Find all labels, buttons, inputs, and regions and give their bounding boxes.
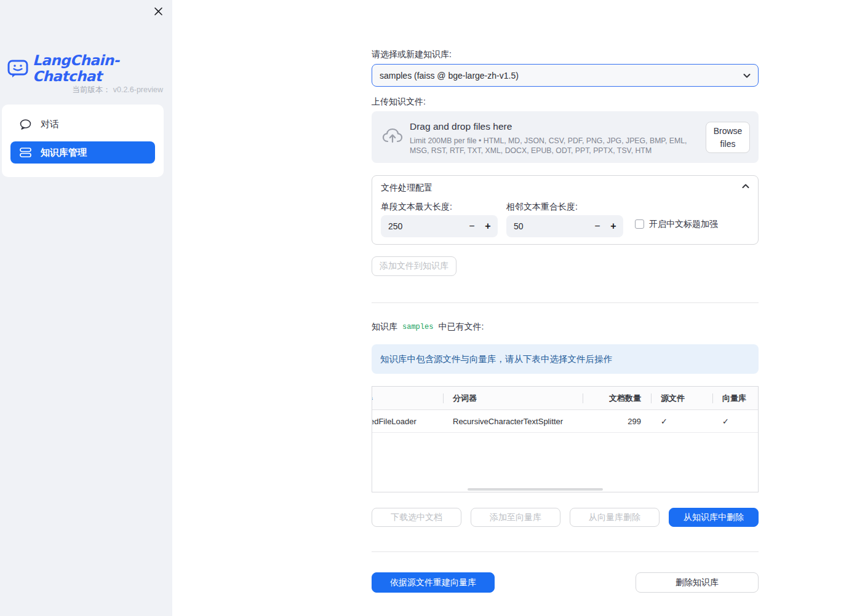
cell-loader: UnstructuredFileLoader bbox=[372, 410, 443, 432]
table-row[interactable]: UnstructuredFileLoader RecursiveCharacte… bbox=[372, 410, 759, 433]
sidebar-item-dialogue[interactable]: 对话 bbox=[10, 113, 155, 135]
kb-select-dropdown[interactable]: samples (faiss @ bge-large-zh-v1.5) bbox=[372, 64, 759, 87]
delete-from-kb-button[interactable]: 从知识库中删除 bbox=[669, 508, 759, 527]
sidebar-item-label: 对话 bbox=[41, 119, 59, 130]
cloud-upload-icon bbox=[382, 127, 403, 144]
browse-files-button[interactable]: Browse files bbox=[706, 122, 750, 153]
kb-files-prefix: 知识库 bbox=[372, 322, 397, 333]
sidebar: LangChain-Chatchat 当前版本：v0.2.6-preview 对… bbox=[0, 0, 172, 616]
overlap-size-value: 50 bbox=[514, 221, 524, 231]
version-info: 当前版本：v0.2.6-preview bbox=[72, 85, 163, 95]
upload-label: 上传知识文件: bbox=[372, 97, 426, 108]
divider bbox=[372, 551, 759, 552]
column-header-doc-count[interactable]: 文档数量 bbox=[583, 387, 651, 409]
sidebar-item-label: 知识库管理 bbox=[41, 147, 87, 159]
divider bbox=[372, 302, 759, 303]
chevron-up-icon bbox=[741, 183, 750, 190]
column-header-splitter[interactable]: 分词器 bbox=[443, 387, 583, 409]
kb-select-label: 请选择或新建知识库: bbox=[372, 49, 452, 60]
delete-from-vector-store-button[interactable]: 从向量库删除 bbox=[570, 508, 660, 527]
sidebar-item-knowledge-base[interactable]: 知识库管理 bbox=[10, 141, 155, 164]
horizontal-scrollbar[interactable] bbox=[468, 488, 603, 491]
column-header-loader[interactable]: 文档加载器 bbox=[372, 387, 443, 409]
expander-header[interactable]: 文件处理配置 bbox=[372, 176, 758, 200]
info-banner-text: 知识库中包含源文件与向量库，请从下表中选择文件后操作 bbox=[380, 353, 612, 365]
add-to-vector-store-button[interactable]: 添加至向量库 bbox=[471, 508, 560, 527]
app-title: LangChain-Chatchat bbox=[33, 52, 172, 84]
overlap-size-label: 相邻文本重合长度: bbox=[506, 202, 578, 213]
version-label: 当前版本： bbox=[72, 85, 111, 94]
chat-bubble-icon bbox=[20, 119, 31, 130]
sidebar-menu: 对话 知识库管理 bbox=[2, 105, 164, 177]
main-content: 请选择或新建知识库: samples (faiss @ bge-large-zh… bbox=[372, 0, 759, 616]
table-actions: 下载选中文档 添加至向量库 从向量库删除 从知识库中删除 bbox=[372, 508, 759, 527]
cell-vector-store-check: ✓ bbox=[712, 410, 759, 432]
sidebar-close-icon[interactable] bbox=[152, 5, 164, 17]
minus-stepper-icon[interactable]: − bbox=[589, 215, 606, 237]
dropzone-title: Drag and drop files here bbox=[410, 121, 512, 132]
table-scroll-area: 文档加载器 分词器 文档数量 源文件 向量库 UnstructuredFileL… bbox=[372, 387, 759, 433]
chevron-down-icon bbox=[743, 72, 751, 79]
file-config-expander: 文件处理配置 单段文本最大长度: 相邻文本重合长度: 250 − + 50 − … bbox=[372, 175, 759, 245]
kb-name-code: samples bbox=[402, 323, 433, 331]
zh-title-enhance-label: 开启中文标题加强 bbox=[649, 219, 718, 230]
column-header-source-file[interactable]: 源文件 bbox=[651, 387, 712, 409]
chunk-size-input[interactable]: 250 − + bbox=[381, 215, 498, 237]
column-header-vector-store[interactable]: 向量库 bbox=[712, 387, 759, 409]
info-banner: 知识库中包含源文件与向量库，请从下表中选择文件后操作 bbox=[372, 344, 759, 374]
rebuild-vector-store-button[interactable]: 依据源文件重建向量库 bbox=[372, 572, 495, 593]
chunk-size-label: 单段文本最大长度: bbox=[381, 202, 452, 213]
cell-source-file-check: ✓ bbox=[651, 410, 712, 432]
delete-kb-button[interactable]: 删除知识库 bbox=[636, 572, 759, 593]
cell-doc-count: 299 bbox=[583, 410, 651, 432]
kb-files-suffix: 中已有文件: bbox=[438, 322, 484, 333]
add-files-to-kb-button[interactable]: 添加文件到知识库 bbox=[372, 256, 456, 276]
knowledge-base-icon bbox=[20, 148, 31, 157]
overlap-size-input[interactable]: 50 − + bbox=[506, 215, 623, 237]
table-header: 文档加载器 分词器 文档数量 源文件 向量库 bbox=[372, 387, 759, 410]
minus-stepper-icon[interactable]: − bbox=[463, 215, 480, 237]
chunk-size-value: 250 bbox=[388, 221, 402, 231]
dropzone-limit-text: Limit 200MB per file • HTML, MD, JSON, C… bbox=[410, 136, 705, 156]
kb-files-heading: 知识库 samples 中已有文件: bbox=[372, 322, 484, 333]
app-logo: LangChain-Chatchat bbox=[7, 52, 172, 84]
plus-stepper-icon[interactable]: + bbox=[605, 215, 622, 237]
kb-select-value: samples (faiss @ bge-large-zh-v1.5) bbox=[380, 71, 519, 81]
logo-chat-smiley-icon bbox=[7, 58, 28, 79]
file-dropzone[interactable]: Drag and drop files here Limit 200MB per… bbox=[372, 111, 759, 163]
download-selected-button[interactable]: 下载选中文档 bbox=[372, 508, 461, 527]
cell-splitter: RecursiveCharacterTextSplitter bbox=[443, 410, 583, 432]
zh-title-enhance-checkbox[interactable] bbox=[635, 219, 644, 229]
plus-stepper-icon[interactable]: + bbox=[479, 215, 496, 237]
kb-files-table: 文档加载器 分词器 文档数量 源文件 向量库 UnstructuredFileL… bbox=[372, 386, 759, 492]
expander-title: 文件处理配置 bbox=[381, 183, 432, 194]
version-value: v0.2.6-preview bbox=[113, 85, 163, 94]
